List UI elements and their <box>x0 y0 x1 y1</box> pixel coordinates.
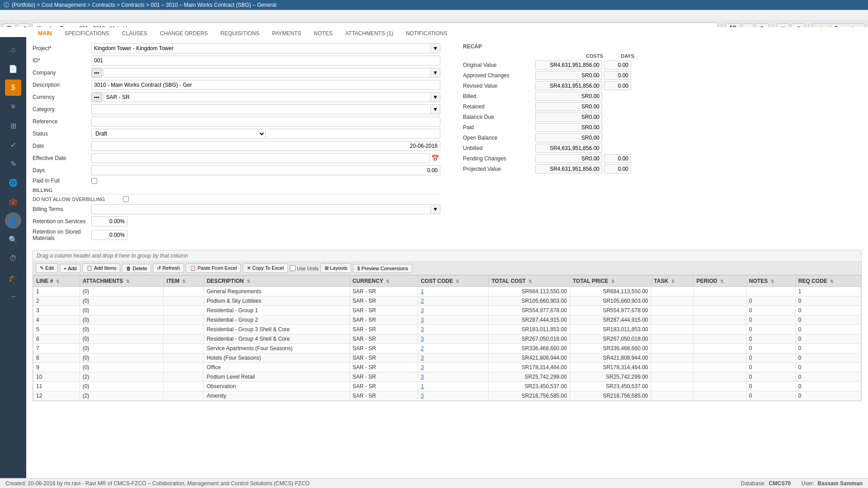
category-dropdown-btn[interactable]: ▼ <box>431 104 440 114</box>
recap-costs-5[interactable] <box>535 113 602 122</box>
id-input[interactable] <box>91 56 440 66</box>
recap-costs-1[interactable] <box>535 71 602 80</box>
sidebar-icon-check[interactable]: ✓ <box>5 136 21 153</box>
grid-btn-add-items[interactable]: 📋 Add Items <box>82 263 120 273</box>
cell-cost-code[interactable]: 3 <box>418 353 489 363</box>
status-select[interactable]: Draft <box>91 129 266 139</box>
grid-btn-delete[interactable]: 🗑 Delete <box>122 264 151 273</box>
info-icon: ⓘ <box>4 1 9 9</box>
reference-input[interactable] <box>91 117 440 127</box>
col-header-attachments[interactable]: ATTACHMENTS ⇅ <box>80 276 164 287</box>
category-input[interactable] <box>91 104 431 114</box>
sort-icon-cost-code: ⇅ <box>456 279 459 284</box>
col-header-task[interactable]: TASK ⇅ <box>651 276 693 287</box>
recap-costs-0[interactable] <box>535 61 602 70</box>
project-input[interactable] <box>91 43 431 53</box>
sidebar-icon-globe[interactable]: 🌐 <box>5 174 21 191</box>
sidebar-icon-briefcase[interactable]: 💼 <box>5 193 21 210</box>
sidebar-icon-home[interactable]: ⌂ <box>5 42 21 58</box>
effective-date-input[interactable] <box>91 153 430 163</box>
use-units-label[interactable]: Use Units <box>290 265 319 271</box>
sidebar-icon-document[interactable]: 📄 <box>5 61 21 77</box>
retention-services-input[interactable] <box>91 216 127 226</box>
recap-costs-9[interactable] <box>535 154 602 163</box>
recap-costs-8[interactable] <box>535 144 602 153</box>
col-header-total-cost[interactable]: TOTAL COST ⇅ <box>489 276 570 287</box>
use-units-checkbox[interactable] <box>290 265 296 271</box>
grid-btn-add[interactable]: + Add <box>60 264 80 273</box>
cell-task <box>651 334 693 344</box>
sidebar-icon-graduation[interactable]: 🎓 <box>5 269 21 286</box>
retention-stored-input[interactable] <box>91 230 127 240</box>
cell-cost-code[interactable]: 2 <box>418 344 489 353</box>
company-input[interactable] <box>104 68 431 78</box>
recap-costs-3[interactable] <box>535 92 602 101</box>
description-input[interactable] <box>91 80 440 90</box>
project-dropdown-btn[interactable]: ▼ <box>431 43 440 53</box>
recap-days-2[interactable] <box>604 81 631 90</box>
billing-terms-dropdown-btn[interactable]: ▼ <box>431 204 440 214</box>
col-header-req-code[interactable]: REQ CODE ⇅ <box>795 276 861 287</box>
currency-dropdown-btn[interactable]: ▼ <box>431 92 440 102</box>
sidebar-icon-export[interactable]: → <box>5 288 21 305</box>
cell-cost-code[interactable]: 3 <box>418 334 489 344</box>
cell-cost-code[interactable]: 1 <box>418 287 489 296</box>
cell-cost-code[interactable]: 3 <box>418 306 489 315</box>
status-extra-input[interactable] <box>266 129 441 139</box>
cell-total-cost: SR105,660,903.00 <box>489 296 570 306</box>
sidebar-icon-pencil[interactable]: ✎ <box>5 155 21 172</box>
grid-btn-layouts[interactable]: ⊞ Layouts <box>321 263 352 273</box>
recap-table: COSTS DAYS Original Value Approved Chang… <box>463 53 862 174</box>
col-header-line[interactable]: LINE # ⇅ <box>33 276 80 287</box>
cell-notes: 0 <box>746 296 795 306</box>
cell-cost-code[interactable]: 2 <box>418 296 489 306</box>
grid-btn-edit[interactable]: ✎ Edit <box>36 263 58 273</box>
cell-cost-code[interactable]: 3 <box>418 363 489 372</box>
calendar-icon[interactable]: 📅 <box>430 155 440 162</box>
col-header-total-price[interactable]: TOTAL PRICE ⇅ <box>570 276 651 287</box>
sidebar-icon-search[interactable]: 🔍 <box>5 231 21 248</box>
paid-in-full-checkbox[interactable] <box>91 178 97 184</box>
recap-days-9[interactable] <box>604 154 631 163</box>
date-input[interactable] <box>91 141 440 151</box>
sidebar-icon-list[interactable]: ≡ <box>5 99 21 115</box>
col-header-notes[interactable]: NOTES ⇅ <box>746 276 795 287</box>
recap-days-1[interactable] <box>604 71 631 80</box>
days-input[interactable] <box>91 165 440 175</box>
overbilling-checkbox[interactable] <box>123 196 129 202</box>
sidebar-icon-dollar[interactable]: $ <box>5 80 21 96</box>
col-header-cost-code[interactable]: COST CODE ⇅ <box>418 276 489 287</box>
col-header-currency[interactable]: CURRENCY ⇅ <box>349 276 418 287</box>
recap-days-10[interactable] <box>604 164 631 174</box>
cell-cost-code[interactable]: 1 <box>418 382 489 391</box>
company-dropdown-btn[interactable]: ▼ <box>431 68 440 78</box>
sidebar-icon-history[interactable]: ⏱ <box>5 250 21 267</box>
cell-task <box>651 391 693 401</box>
cell-cost-code[interactable]: 3 <box>418 372 489 382</box>
sidebar-icon-grid[interactable]: ⊞ <box>5 117 21 134</box>
cell-attachments: (0) <box>80 315 164 325</box>
recap-costs-4[interactable] <box>535 102 602 111</box>
recap-costs-2[interactable] <box>535 81 602 90</box>
recap-costs-7[interactable] <box>535 133 602 142</box>
recap-costs-10[interactable] <box>535 164 602 174</box>
company-dots-btn[interactable]: ••• <box>91 68 102 78</box>
cell-total-price: SR421,808,944.00 <box>570 353 651 363</box>
col-header-item[interactable]: ITEM ⇅ <box>164 276 204 287</box>
grid-btn-copy-excel[interactable]: ✕ Copy To Excel <box>243 263 288 273</box>
currency-input[interactable] <box>104 92 431 102</box>
recap-costs-6[interactable] <box>535 123 602 132</box>
col-header-period[interactable]: PERIOD ⇅ <box>693 276 746 287</box>
recap-days-0[interactable] <box>604 61 631 70</box>
cell-cost-code[interactable]: 3 <box>418 315 489 325</box>
col-header-description[interactable]: DESCRIPTION ⇅ <box>204 276 349 287</box>
cell-description: Residential - Group 4 Shell & Core <box>204 334 349 344</box>
cell-cost-code[interactable]: 3 <box>418 325 489 334</box>
billing-terms-input[interactable] <box>91 204 431 214</box>
grid-btn-refresh[interactable]: ↺ Refresh <box>153 263 184 273</box>
grid-btn-preview[interactable]: $ Preview Conversions <box>353 264 412 273</box>
grid-btn-paste-excel[interactable]: 📋 Paste From Excel <box>186 263 241 273</box>
cell-cost-code[interactable]: 3 <box>418 391 489 401</box>
sidebar-icon-user[interactable]: 👤 <box>5 212 21 229</box>
currency-dots-btn[interactable]: ••• <box>91 92 102 102</box>
